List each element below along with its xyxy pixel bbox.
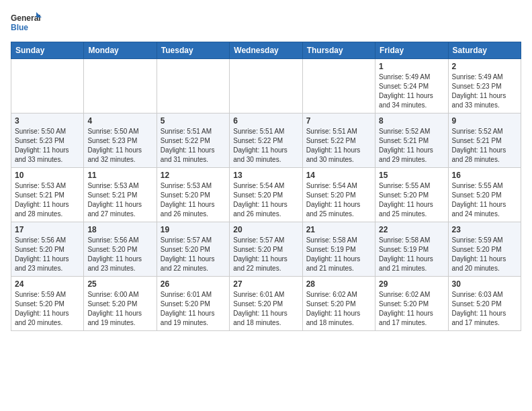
day-number: 17: [15, 225, 80, 234]
day-info: Sunrise: 5:59 AM Sunset: 5:20 PM Dayligh…: [15, 290, 80, 328]
calendar-cell: 18Sunrise: 5:56 AM Sunset: 5:20 PM Dayli…: [84, 222, 157, 277]
day-info: Sunrise: 5:58 AM Sunset: 5:19 PM Dayligh…: [306, 236, 371, 273]
svg-text:General: General: [11, 13, 41, 23]
day-info: Sunrise: 5:53 AM Sunset: 5:21 PM Dayligh…: [87, 181, 152, 219]
calendar-cell: 11Sunrise: 5:53 AM Sunset: 5:21 PM Dayli…: [84, 168, 157, 222]
day-info: Sunrise: 5:56 AM Sunset: 5:20 PM Dayligh…: [87, 236, 152, 273]
day-number: 19: [161, 225, 226, 234]
day-info: Sunrise: 6:02 AM Sunset: 5:20 PM Dayligh…: [379, 290, 444, 328]
day-number: 6: [233, 116, 298, 126]
svg-text:Blue: Blue: [11, 23, 28, 32]
day-info: Sunrise: 5:49 AM Sunset: 5:24 PM Dayligh…: [379, 73, 444, 110]
col-header-friday: Friday: [375, 42, 448, 59]
day-info: Sunrise: 5:57 AM Sunset: 5:20 PM Dayligh…: [161, 236, 226, 273]
day-number: 25: [87, 279, 152, 289]
day-info: Sunrise: 5:51 AM Sunset: 5:22 PM Dayligh…: [233, 127, 298, 165]
calendar-cell: 3Sunrise: 5:50 AM Sunset: 5:23 PM Daylig…: [11, 113, 84, 168]
calendar-cell: [11, 59, 84, 113]
day-info: Sunrise: 5:51 AM Sunset: 5:22 PM Dayligh…: [161, 127, 226, 165]
col-header-monday: Monday: [84, 42, 157, 59]
day-number: 10: [15, 171, 80, 180]
day-number: 7: [306, 116, 371, 126]
calendar-cell: 10Sunrise: 5:53 AM Sunset: 5:21 PM Dayli…: [11, 168, 84, 222]
day-number: 9: [452, 116, 517, 126]
day-number: 21: [306, 225, 371, 234]
day-info: Sunrise: 5:51 AM Sunset: 5:22 PM Dayligh…: [306, 127, 371, 165]
calendar-week-row: 10Sunrise: 5:53 AM Sunset: 5:21 PM Dayli…: [11, 168, 521, 222]
col-header-sunday: Sunday: [11, 42, 84, 59]
day-number: 18: [87, 225, 152, 234]
calendar-cell: [230, 59, 302, 113]
day-number: 1: [379, 62, 444, 71]
calendar-cell: 16Sunrise: 5:55 AM Sunset: 5:20 PM Dayli…: [448, 168, 521, 222]
logo: General Blue: [11, 11, 44, 35]
calendar-week-row: 24Sunrise: 5:59 AM Sunset: 5:20 PM Dayli…: [11, 277, 521, 331]
calendar-cell: 15Sunrise: 5:55 AM Sunset: 5:20 PM Dayli…: [375, 168, 448, 222]
col-header-saturday: Saturday: [448, 42, 521, 59]
day-number: 24: [15, 279, 80, 289]
calendar-week-row: 3Sunrise: 5:50 AM Sunset: 5:23 PM Daylig…: [11, 113, 521, 168]
day-number: 5: [161, 116, 226, 126]
day-info: Sunrise: 6:00 AM Sunset: 5:20 PM Dayligh…: [87, 290, 152, 328]
day-info: Sunrise: 5:49 AM Sunset: 5:23 PM Dayligh…: [452, 73, 517, 110]
day-info: Sunrise: 5:53 AM Sunset: 5:20 PM Dayligh…: [161, 181, 226, 219]
calendar-week-row: 1Sunrise: 5:49 AM Sunset: 5:24 PM Daylig…: [11, 59, 521, 113]
calendar-cell: 8Sunrise: 5:52 AM Sunset: 5:21 PM Daylig…: [375, 113, 448, 168]
calendar-cell: 24Sunrise: 5:59 AM Sunset: 5:20 PM Dayli…: [11, 277, 84, 331]
day-info: Sunrise: 6:01 AM Sunset: 5:20 PM Dayligh…: [233, 290, 298, 328]
day-info: Sunrise: 5:57 AM Sunset: 5:20 PM Dayligh…: [233, 236, 298, 273]
day-info: Sunrise: 5:53 AM Sunset: 5:21 PM Dayligh…: [15, 181, 80, 219]
day-info: Sunrise: 6:03 AM Sunset: 5:20 PM Dayligh…: [452, 290, 517, 328]
calendar-table: SundayMondayTuesdayWednesdayThursdayFrid…: [11, 42, 521, 331]
day-info: Sunrise: 5:54 AM Sunset: 5:20 PM Dayligh…: [306, 181, 371, 219]
calendar-cell: 26Sunrise: 6:01 AM Sunset: 5:20 PM Dayli…: [157, 277, 229, 331]
calendar-cell: 2Sunrise: 5:49 AM Sunset: 5:23 PM Daylig…: [448, 59, 521, 113]
calendar-cell: 23Sunrise: 5:59 AM Sunset: 5:20 PM Dayli…: [448, 222, 521, 277]
col-header-wednesday: Wednesday: [230, 42, 302, 59]
day-info: Sunrise: 5:50 AM Sunset: 5:23 PM Dayligh…: [87, 127, 152, 165]
logo-svg: General Blue: [11, 11, 44, 35]
day-number: 15: [379, 171, 444, 180]
calendar-header-row: SundayMondayTuesdayWednesdayThursdayFrid…: [11, 42, 521, 59]
calendar-cell: 27Sunrise: 6:01 AM Sunset: 5:20 PM Dayli…: [230, 277, 302, 331]
calendar-cell: 29Sunrise: 6:02 AM Sunset: 5:20 PM Dayli…: [375, 277, 448, 331]
day-number: 29: [379, 279, 444, 289]
day-info: Sunrise: 5:55 AM Sunset: 5:20 PM Dayligh…: [452, 181, 517, 219]
calendar-cell: 13Sunrise: 5:54 AM Sunset: 5:20 PM Dayli…: [230, 168, 302, 222]
day-number: 22: [379, 225, 444, 234]
day-info: Sunrise: 6:02 AM Sunset: 5:20 PM Dayligh…: [306, 290, 371, 328]
day-number: 30: [452, 279, 517, 289]
day-number: 3: [15, 116, 80, 126]
calendar-cell: 5Sunrise: 5:51 AM Sunset: 5:22 PM Daylig…: [157, 113, 229, 168]
calendar-cell: [84, 59, 157, 113]
day-info: Sunrise: 5:59 AM Sunset: 5:20 PM Dayligh…: [452, 236, 517, 273]
day-number: 28: [306, 279, 371, 289]
calendar-cell: 19Sunrise: 5:57 AM Sunset: 5:20 PM Dayli…: [157, 222, 229, 277]
calendar-cell: 14Sunrise: 5:54 AM Sunset: 5:20 PM Dayli…: [302, 168, 375, 222]
day-number: 20: [233, 225, 298, 234]
calendar-cell: 7Sunrise: 5:51 AM Sunset: 5:22 PM Daylig…: [302, 113, 375, 168]
day-number: 23: [452, 225, 517, 234]
day-number: 16: [452, 171, 517, 180]
day-info: Sunrise: 5:55 AM Sunset: 5:20 PM Dayligh…: [379, 181, 444, 219]
calendar-cell: 6Sunrise: 5:51 AM Sunset: 5:22 PM Daylig…: [230, 113, 302, 168]
calendar-cell: 12Sunrise: 5:53 AM Sunset: 5:20 PM Dayli…: [157, 168, 229, 222]
calendar-week-row: 17Sunrise: 5:56 AM Sunset: 5:20 PM Dayli…: [11, 222, 521, 277]
col-header-tuesday: Tuesday: [157, 42, 229, 59]
calendar-cell: 21Sunrise: 5:58 AM Sunset: 5:19 PM Dayli…: [302, 222, 375, 277]
day-info: Sunrise: 5:58 AM Sunset: 5:19 PM Dayligh…: [379, 236, 444, 273]
col-header-thursday: Thursday: [302, 42, 375, 59]
day-number: 13: [233, 171, 298, 180]
calendar-cell: 4Sunrise: 5:50 AM Sunset: 5:23 PM Daylig…: [84, 113, 157, 168]
calendar-cell: 28Sunrise: 6:02 AM Sunset: 5:20 PM Dayli…: [302, 277, 375, 331]
day-number: 2: [452, 62, 517, 71]
day-info: Sunrise: 5:56 AM Sunset: 5:20 PM Dayligh…: [15, 236, 80, 273]
calendar-cell: [157, 59, 229, 113]
day-number: 12: [161, 171, 226, 180]
calendar-cell: 17Sunrise: 5:56 AM Sunset: 5:20 PM Dayli…: [11, 222, 84, 277]
day-number: 11: [87, 171, 152, 180]
day-number: 27: [233, 279, 298, 289]
calendar-cell: 22Sunrise: 5:58 AM Sunset: 5:19 PM Dayli…: [375, 222, 448, 277]
calendar-cell: 1Sunrise: 5:49 AM Sunset: 5:24 PM Daylig…: [375, 59, 448, 113]
day-info: Sunrise: 5:50 AM Sunset: 5:23 PM Dayligh…: [15, 127, 80, 165]
